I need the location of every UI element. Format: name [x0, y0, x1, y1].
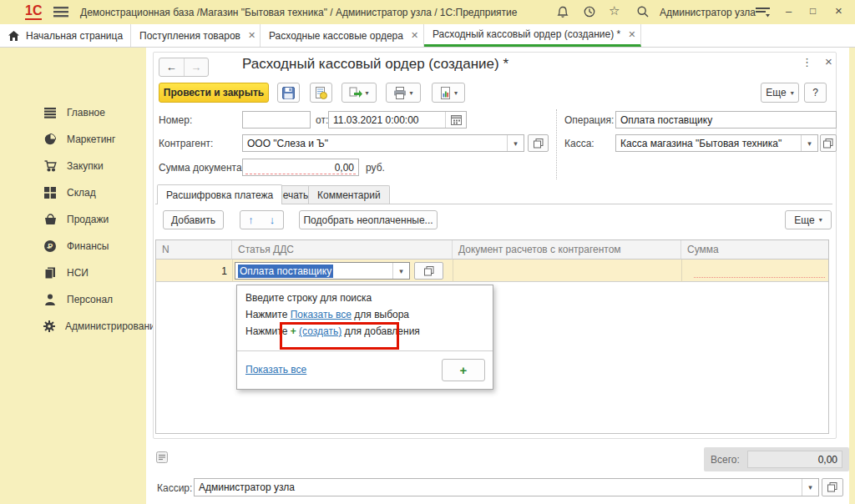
contractor-open-button[interactable]	[528, 134, 549, 152]
favorites-star-icon[interactable]: ☆	[609, 3, 620, 18]
history-icon[interactable]	[583, 5, 596, 18]
cashbox-open-button[interactable]	[820, 134, 837, 152]
tab-home[interactable]: Начальная страница	[0, 24, 131, 47]
close-tab-icon[interactable]: ✕	[248, 30, 255, 41]
move-row-up-button[interactable]: ↑	[240, 210, 262, 229]
window-title: Демонстрационная база /Магазин "Бытовая …	[80, 7, 518, 18]
reports-button[interactable]: ▾	[432, 83, 465, 103]
column-header-n[interactable]: N	[156, 240, 232, 260]
post-and-close-button[interactable]: Провести и закрыть	[159, 83, 269, 103]
ruble-circle-icon: P	[43, 240, 57, 252]
chevron-down-icon[interactable]: ▾	[392, 263, 409, 279]
floppy-disk-icon	[282, 87, 295, 99]
sidebar-item-purchases[interactable]: Закупки	[0, 153, 146, 179]
create-new-button[interactable]: +	[442, 359, 485, 381]
tab-payment-details[interactable]: Расшифровка платежа	[157, 184, 282, 204]
sidebar-item-marketing[interactable]: Маркетинг	[0, 126, 146, 153]
cashbox-input[interactable]: Касса магазина "Бытовая техника" ▾	[615, 134, 818, 152]
show-all-link[interactable]: Показать все	[245, 364, 306, 375]
1c-enterprise-window: 1С Демонстрационная база /Магазин "Бытов…	[0, 0, 855, 504]
required-amount-underline	[694, 277, 825, 278]
form-more-button[interactable]: Еще ▾	[761, 83, 799, 103]
chevron-down-icon: ▾	[365, 89, 368, 97]
popup-hint-show-all: Нажмите Показать все для выбора	[245, 309, 409, 322]
chevron-down-icon[interactable]: ▾	[507, 135, 524, 151]
date-input[interactable]: 11.03.2021 0:00:00	[328, 111, 467, 129]
column-header-settlement-doc[interactable]: Документ расчетов с контрагентом	[453, 240, 681, 260]
cashier-label: Кассир:	[157, 482, 192, 494]
sidebar-item-label: Закупки	[67, 160, 104, 172]
tab-label: Комментарий	[317, 189, 381, 201]
sidebar-item-administration[interactable]: Администрирование	[0, 313, 146, 340]
calendar-icon[interactable]	[445, 112, 466, 128]
tab-comment[interactable]: Комментарий	[308, 185, 390, 204]
cashier-input[interactable]: Администратор узла ▾	[194, 478, 819, 496]
pick-unpaid-button[interactable]: Подобрать неоплаченные...	[299, 210, 438, 229]
ddc-item-cell-editor[interactable]: Оплата поставщику ▾	[235, 262, 410, 280]
sidebar-item-sales[interactable]: Продажи	[0, 206, 146, 233]
open-form-icon	[827, 482, 837, 492]
sidebar-item-warehouse[interactable]: Склад	[0, 179, 146, 206]
forward-arrow-button[interactable]: →	[185, 58, 209, 76]
back-arrow-button[interactable]: ←	[159, 58, 185, 76]
operation-input[interactable]: Оплата поставщику	[615, 111, 837, 129]
cashier-open-button[interactable]	[822, 478, 843, 496]
chevron-down-icon[interactable]: ▾	[802, 479, 818, 496]
search-icon[interactable]	[636, 5, 650, 18]
open-form-icon	[424, 266, 434, 276]
sidebar-item-main[interactable]: Главное	[0, 99, 146, 126]
close-window-button[interactable]: ×	[835, 3, 842, 18]
sidebar-item-finance[interactable]: P Финансы	[0, 233, 146, 260]
column-splitter[interactable]	[556, 109, 557, 179]
post-document-button[interactable]	[310, 83, 332, 103]
table-footer-icon[interactable]	[156, 451, 168, 463]
main-menu-icon[interactable]	[756, 5, 770, 18]
date-label: от:	[316, 114, 328, 126]
add-row-button[interactable]: Добавить	[163, 210, 224, 229]
tab-label: Расходные кассовые ордера	[269, 30, 403, 42]
nav-history-group: ← →	[159, 58, 209, 77]
chevron-down-icon[interactable]: ▾	[801, 135, 817, 151]
save-button[interactable]	[277, 83, 300, 103]
close-tab-icon[interactable]: ✕	[628, 29, 635, 40]
person-icon	[43, 294, 57, 305]
ddc-item-open-button[interactable]	[414, 262, 443, 280]
1c-logo: 1С	[25, 3, 42, 20]
table-more-button[interactable]: Еще ▾	[785, 210, 832, 229]
tab-label: Поступления товаров	[139, 30, 240, 42]
notifications-bell-icon[interactable]	[556, 5, 569, 18]
show-all-inline-link[interactable]: Показать все	[291, 309, 352, 320]
kebab-menu-icon[interactable]: ⋮	[802, 56, 812, 68]
contractor-input[interactable]: ООО "Слеза и Ъ" ▾	[242, 134, 524, 152]
print-button[interactable]: ▾	[386, 83, 421, 103]
column-header-ddc-item[interactable]: Статья ДДС	[232, 240, 453, 260]
column-header-amount[interactable]: Сумма	[681, 240, 828, 260]
help-button[interactable]: ?	[804, 83, 827, 103]
svg-text:P: P	[48, 242, 53, 250]
sidebar-item-nsi[interactable]: НСИ	[0, 260, 146, 286]
minimize-button[interactable]: –	[786, 5, 792, 18]
gear-icon	[43, 320, 55, 332]
sidebar-item-personnel[interactable]: Персонал	[0, 286, 146, 313]
pie-chart-icon	[43, 134, 57, 145]
open-form-icon	[534, 139, 544, 149]
cashbox-value: Касса магазина "Бытовая техника"	[616, 135, 801, 151]
tab-goods-receipts[interactable]: Поступления товаров ✕	[131, 24, 261, 47]
titlebar: 1С Демонстрационная база /Магазин "Бытов…	[0, 0, 855, 24]
maximize-button[interactable]: □	[810, 5, 816, 17]
operation-value: Оплата поставщику	[616, 112, 836, 128]
move-row-down-button[interactable]: ↓	[261, 210, 284, 229]
sidebar-item-label: Финансы	[67, 240, 109, 252]
current-user[interactable]: Администратор узла	[660, 7, 756, 18]
date-value: 11.03.2021 0:00:00	[329, 112, 445, 128]
number-input[interactable]	[242, 111, 311, 129]
hamburger-menu-icon[interactable]	[53, 6, 68, 18]
create-based-on-button[interactable]: ▾	[341, 83, 377, 103]
amount-label: Сумма документа:	[159, 162, 245, 174]
home-icon	[8, 31, 19, 41]
tab-cash-orders-list[interactable]: Расходные кассовые ордера ✕	[261, 24, 424, 47]
tab-cash-order-create[interactable]: Расходный кассовый ордер (создание) * ✕	[424, 24, 641, 47]
close-tab-icon[interactable]: ✕	[411, 30, 418, 41]
close-form-icon[interactable]: ×	[825, 54, 832, 68]
amount-input[interactable]: 0,00	[242, 159, 359, 176]
